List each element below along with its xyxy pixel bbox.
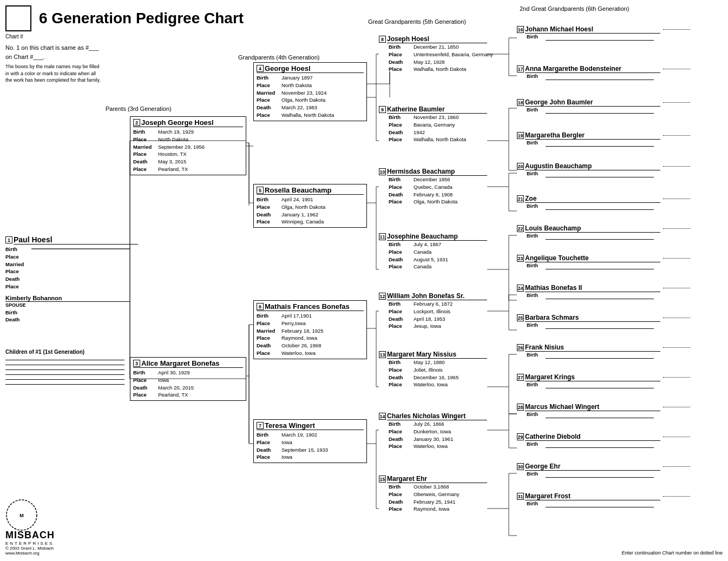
p1-name: Paul Hoesl xyxy=(14,235,138,245)
p1-spouse-label: SPOUSE xyxy=(5,302,26,309)
p3-num: 3 xyxy=(133,360,140,367)
p2-name: Joseph George Hoesl xyxy=(141,118,214,127)
p1-place-row: Place xyxy=(5,253,138,261)
p3-pl: Place xyxy=(133,377,158,384)
p31-name: Margaret Frost xyxy=(525,492,660,500)
p30-num: 30 xyxy=(517,463,524,470)
p3-bv: April 30, 1929 xyxy=(158,369,243,377)
p1-placem-label: Place xyxy=(5,268,30,275)
p1-married-label: Married xyxy=(5,261,30,268)
p30-name: George Ehr xyxy=(525,463,660,471)
p11-num: 11 xyxy=(379,233,386,240)
p9-num: 9 xyxy=(379,106,386,113)
p2-mv: September 29, 1956 xyxy=(158,143,243,151)
p2-bl: Birth xyxy=(133,128,158,136)
same-as-text: No. 1 on this chart is same as #___ on C… xyxy=(5,43,103,61)
p3-dv: March 20, 2015 xyxy=(158,384,243,392)
p19-name: Margaretha Bergler xyxy=(525,131,660,140)
person-23-entry: 23 Angelique Touchette Birth xyxy=(517,254,690,269)
p23-name: Angelique Touchette xyxy=(525,254,660,262)
p1-birth-val xyxy=(30,246,138,253)
p1-married-val xyxy=(30,261,138,268)
p29-name: Catherine Diebold xyxy=(525,433,660,441)
p1-spouse-death-val xyxy=(30,316,138,324)
p6-num: 6 xyxy=(257,303,264,310)
p1-spouse-birth-val xyxy=(30,309,138,316)
p1-married-row: Married xyxy=(5,261,138,268)
person-30-entry: 30 George Ehr Birth xyxy=(517,463,690,478)
p4-num: 4 xyxy=(257,65,264,72)
p15-name: Margaret Ehr xyxy=(387,475,487,483)
p12-name: William John Bonefas Sr. xyxy=(387,292,487,300)
gen4-heading: Great Grandparents (5th Generation) xyxy=(368,18,466,25)
p27-num: 27 xyxy=(517,374,524,381)
p1-death-val xyxy=(30,275,138,283)
p2-pdl: Place xyxy=(133,166,158,173)
svg-text:M: M xyxy=(19,513,24,518)
p14-num: 14 xyxy=(379,413,386,420)
p19-num: 19 xyxy=(517,132,524,139)
p5-name: Rosella Beauchamp xyxy=(265,186,332,194)
p1-spouse-birth-label: Birth xyxy=(5,309,30,316)
p1-placem-row: Place xyxy=(5,268,138,275)
logo-text: MISBACH xyxy=(5,530,55,540)
gen3-label: Grandparents (4th Generation) xyxy=(238,54,319,61)
p2-dl: Death xyxy=(133,158,158,166)
logo-copyright: © 2002 Grant L. Misbach xyxy=(5,546,55,551)
p3-bl: Birth xyxy=(133,369,158,377)
person-20-entry: 20 Augustin Beauchamp Birth xyxy=(517,162,690,177)
person-18-entry: 18 George John Baumler Birth xyxy=(517,98,690,114)
gen2-label: Parents (3rd Generation) xyxy=(106,105,172,112)
p26-name: Frank Nisius xyxy=(525,344,660,352)
person-2-box: 2 Joseph George Hoesl BirthMarch 19, 192… xyxy=(130,116,246,175)
gen2-heading: Parents (3rd Generation) xyxy=(106,105,172,112)
logo-website: www.Misbach.org xyxy=(5,551,55,556)
person-7-box: 7 Teresa Wingert BirthMarch 19, 1902 Pla… xyxy=(253,419,367,463)
p7-num: 7 xyxy=(257,422,264,429)
p4-name: George Hoesl xyxy=(265,64,311,72)
p1-birth-row: Birth xyxy=(5,246,138,253)
person-21-entry: 21 Zoe Birth xyxy=(517,195,690,210)
p2-dv: May 3, 2015 xyxy=(158,158,243,166)
info-block: No. 1 on this chart is same as #___ on C… xyxy=(5,43,103,84)
person-1-section: 1 Paul Hoesl Birth Place Married Place D… xyxy=(5,235,138,324)
person-15-entry: 15 Margaret Ehr BirthOctober 3,1868 Plac… xyxy=(379,475,487,513)
p5-num: 5 xyxy=(257,187,264,194)
chart-box xyxy=(5,5,31,31)
p24-num: 24 xyxy=(517,285,524,292)
p3-pv: Iowa xyxy=(158,377,243,384)
p2-pmv: Houston, TX xyxy=(158,150,243,158)
person-16-entry: 16 Johann Michael Hoesl Birth xyxy=(517,25,690,41)
p1-placed-val xyxy=(30,283,138,291)
p20-name: Augustin Beauchamp xyxy=(525,162,660,170)
p8-num: 8 xyxy=(379,36,386,43)
p16-name: Johann Michael Hoesl xyxy=(525,25,660,34)
p27-name: Margaret Krings xyxy=(525,373,660,381)
person-10-entry: 10 Hermisdas Beachamp BirthDecember 1856… xyxy=(379,168,487,206)
person-25-entry: 25 Barbara Schmars Birth xyxy=(517,314,690,329)
p1-place-val xyxy=(30,253,138,261)
person-8-entry: 8 Joseph Hoesl BirthDecember 21, 1850 Pl… xyxy=(379,35,493,73)
p1-death-label: Death xyxy=(5,275,30,283)
p18-name: George John Baumler xyxy=(525,98,660,107)
logo-area: M MISBACH ENTERPRISES © 2002 Grant L. Mi… xyxy=(5,499,55,556)
person-4-box: 4 George Hoesl BirthJanuary 1897 PlaceNo… xyxy=(253,62,367,121)
p2-pl: Place xyxy=(133,136,158,143)
person-26-entry: 26 Frank Nisius Birth xyxy=(517,344,690,359)
p22-name: Louis Beauchamp xyxy=(525,225,660,233)
p1-death-row: Death xyxy=(5,275,138,283)
p1-birth-label: Birth xyxy=(5,246,30,253)
p2-pdv: Pearland, TX xyxy=(158,166,243,173)
p1-spouse-label-row: SPOUSE xyxy=(5,302,138,309)
child-lines xyxy=(5,360,124,389)
p13-name: Margaret Mary Nissius xyxy=(387,351,487,359)
p17-name: Anna Margarethe Bodensteiner xyxy=(525,65,660,73)
p28-name: Marcus Michael Wingert xyxy=(525,403,660,411)
p28-num: 28 xyxy=(517,404,524,411)
p1-placed-row: Place xyxy=(5,283,138,291)
person-19-entry: 19 Margaretha Bergler Birth xyxy=(517,131,690,147)
p1-spouse-name: Kimberly Bohannon xyxy=(5,295,130,302)
p2-pml: Place xyxy=(133,150,158,158)
p26-num: 26 xyxy=(517,344,524,351)
p18-num: 18 xyxy=(517,99,524,106)
